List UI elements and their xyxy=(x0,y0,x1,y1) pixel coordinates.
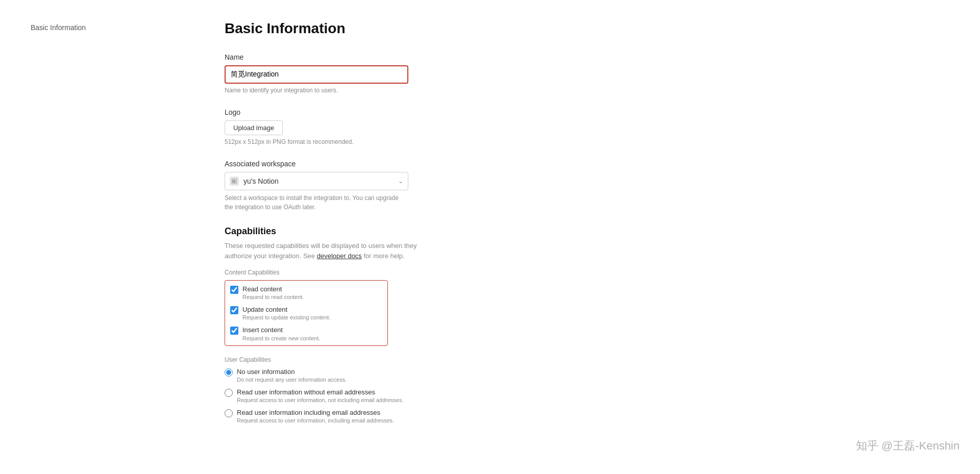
content-capabilities: Content Capabilities Read content Reques… xyxy=(225,269,572,346)
developer-docs-link[interactable]: developer docs xyxy=(317,252,362,260)
insert-content-sublabel: Request to create new content. xyxy=(242,335,320,341)
radio-item-no-user: No user information Do not request any u… xyxy=(225,367,572,383)
name-section: Name Name to identify your integration t… xyxy=(225,53,572,94)
page-layout: Basic Information Basic Information Name… xyxy=(0,0,980,474)
no-user-info-label: No user information xyxy=(237,367,347,377)
with-email-sublabel: Request access to user information, incl… xyxy=(237,417,394,423)
name-hint: Name to identify your integration to use… xyxy=(225,87,572,94)
page-title: Basic Information xyxy=(225,20,572,37)
checkbox-item-update: Update content Request to update existin… xyxy=(230,305,382,320)
with-email-radio[interactable] xyxy=(225,409,233,417)
capabilities-section: Capabilities These requested capabilitie… xyxy=(225,226,572,423)
with-email-label: Read user information including email ad… xyxy=(237,408,394,417)
no-email-label: Read user information without email addr… xyxy=(237,388,404,397)
main-content: Basic Information Name Name to identify … xyxy=(194,0,602,474)
update-content-checkbox[interactable] xyxy=(230,306,238,314)
user-capabilities-title: User Capabilities xyxy=(225,356,572,363)
content-capabilities-title: Content Capabilities xyxy=(225,269,572,276)
no-user-info-sublabel: Do not request any user information acce… xyxy=(237,377,347,383)
no-user-info-radio[interactable] xyxy=(225,368,233,377)
name-label: Name xyxy=(225,53,572,61)
read-content-label: Read content xyxy=(242,285,304,294)
logo-section: Logo Upload image 512px x 512px in PNG f… xyxy=(225,108,572,145)
logo-label: Logo xyxy=(225,108,572,116)
insert-content-label: Insert content xyxy=(242,326,320,335)
sidebar: Basic Information xyxy=(0,0,194,474)
workspace-label: Associated workspace xyxy=(225,160,572,168)
no-email-radio[interactable] xyxy=(225,389,233,397)
sidebar-item-basic-info[interactable]: Basic Information xyxy=(31,20,174,35)
read-content-checkbox[interactable] xyxy=(230,286,238,294)
read-content-sublabel: Request to read content. xyxy=(242,294,304,300)
workspace-select[interactable]: yu's Notion xyxy=(225,172,408,190)
logo-hint: 512px x 512px in PNG format is recommend… xyxy=(225,138,572,145)
capabilities-title: Capabilities xyxy=(225,226,572,237)
name-input[interactable] xyxy=(225,65,408,84)
insert-content-checkbox[interactable] xyxy=(230,327,238,335)
workspace-select-wrapper: N yu's Notion ⌄ xyxy=(225,172,408,190)
update-content-label: Update content xyxy=(242,305,330,314)
radio-item-with-email: Read user information including email ad… xyxy=(225,408,572,423)
upload-image-button[interactable]: Upload image xyxy=(225,120,283,135)
workspace-section: Associated workspace N yu's Notion ⌄ Sel… xyxy=(225,160,572,212)
capabilities-desc: These requested capabilities will be dis… xyxy=(225,241,429,261)
user-capabilities: User Capabilities No user information Do… xyxy=(225,356,572,424)
workspace-hint: Select a workspace to install the integr… xyxy=(225,193,408,212)
update-content-sublabel: Request to update existing content. xyxy=(242,314,330,320)
no-email-sublabel: Request access to user information, not … xyxy=(237,397,404,403)
svg-text:N: N xyxy=(232,179,235,184)
content-checkbox-group: Read content Request to read content. Up… xyxy=(225,280,388,346)
radio-item-no-email: Read user information without email addr… xyxy=(225,388,572,403)
checkbox-item-insert: Insert content Request to create new con… xyxy=(230,326,382,341)
checkbox-item-read: Read content Request to read content. xyxy=(230,285,382,300)
workspace-icon: N xyxy=(230,177,239,186)
capabilities-desc-suffix: for more help. xyxy=(363,252,404,260)
